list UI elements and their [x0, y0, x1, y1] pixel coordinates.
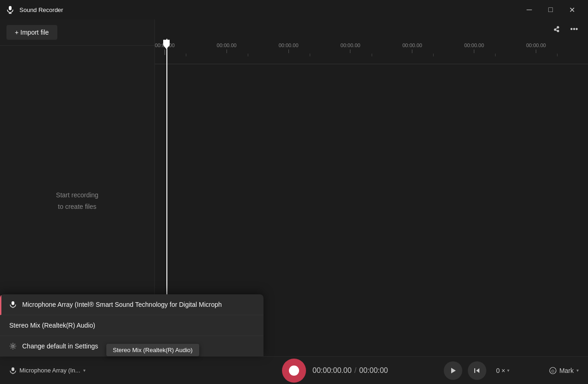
time-separator: / — [355, 366, 356, 375]
dropdown-item-label-0: Microphone Array (Intel® Smart Sound Tec… — [22, 301, 222, 308]
mic-name-label: Microphone Array (In... — [19, 367, 80, 374]
ruler-mark-4: 00:00.00 — [402, 43, 422, 53]
empty-state-line2: to create files — [58, 201, 96, 213]
tooltip-popup: Stereo Mix (Realtek(R) Audio) — [106, 344, 199, 356]
speed-control[interactable]: 0 × ▾ — [496, 367, 509, 374]
ruler-label-3: 00:00.00 — [341, 43, 361, 48]
ruler-label-4: 00:00.00 — [402, 43, 422, 48]
microphone-icon — [9, 367, 17, 374]
ruler-tick-0 — [165, 49, 165, 55]
ruler-minor-tick-6 — [557, 54, 557, 56]
svg-marker-6 — [451, 368, 456, 373]
ruler-tick-5 — [474, 49, 474, 53]
record-icon — [289, 366, 299, 376]
timeline-ruler: 00:00.0000:00.0000:00.0000:00.0000:00.00… — [155, 39, 588, 64]
skip-back-button[interactable] — [468, 361, 486, 380]
ruler-minor-tick-3 — [372, 54, 372, 56]
ruler-mark-1: 00:00.00 — [217, 43, 237, 53]
dropdown-item-label-2: Change default in Settings — [22, 342, 98, 350]
dropdown-item-label-1: Stereo Mix (Realtek(R) Audio) — [9, 322, 95, 329]
dropdown-item-stereo-mix[interactable]: Stereo Mix (Realtek(R) Audio) — [0, 315, 263, 336]
svg-text:⊙: ⊙ — [551, 369, 555, 373]
app-icon — [6, 5, 15, 14]
svg-point-13 — [12, 345, 14, 347]
ruler-content: 00:00.0000:00.0000:00.0000:00.0000:00.00… — [155, 43, 588, 64]
chevron-down-icon: ▾ — [83, 368, 86, 373]
play-icon — [450, 367, 456, 374]
play-button[interactable] — [444, 361, 462, 380]
svg-marker-7 — [476, 368, 479, 373]
ruler-tick-6 — [536, 49, 536, 53]
current-time: 00:00:00.00 — [312, 366, 352, 375]
toolbar: + Import file — [0, 19, 154, 46]
ruler-label-1: 00:00.00 — [217, 43, 237, 48]
mark-flag-icon: ⊙ — [549, 367, 557, 374]
mic-selector[interactable]: Microphone Array (In... ▾ — [9, 367, 92, 374]
playback-controls — [444, 361, 486, 380]
maximize-button[interactable]: □ — [540, 0, 561, 19]
ruler-tick-4 — [412, 49, 412, 53]
more-options-button[interactable]: ••• — [567, 22, 582, 37]
mark-control[interactable]: ⊙ Mark ▾ — [549, 367, 579, 374]
bottom-bar: Microphone Array (In... ▾ 00:00:00.00 / … — [0, 356, 588, 384]
ruler-minor-tick-2 — [310, 54, 310, 56]
ruler-label-2: 00:00.00 — [279, 43, 299, 48]
import-file-button[interactable]: + Import file — [6, 25, 57, 40]
svg-rect-4 — [12, 367, 14, 371]
ruler-label-5: 00:00.00 — [464, 43, 484, 48]
ruler-mark-5: 00:00.00 — [464, 43, 484, 53]
ruler-minor-tick-1 — [248, 54, 248, 56]
svg-rect-11 — [12, 301, 14, 305]
ruler-label-6: 00:00.00 — [526, 43, 546, 48]
titlebar: Sound Recorder ─ □ ✕ — [0, 0, 588, 19]
ruler-minor-tick-4 — [433, 54, 434, 56]
total-time: 00:00:00 — [359, 366, 388, 375]
app-title: Sound Recorder — [19, 6, 519, 13]
ruler-mark-2: 00:00.00 — [279, 43, 299, 53]
ruler-tick-2 — [288, 49, 289, 53]
close-button[interactable]: ✕ — [561, 0, 582, 19]
svg-rect-0 — [9, 6, 12, 10]
ruler-minor-tick-0 — [186, 54, 186, 56]
share-button[interactable] — [549, 22, 564, 37]
speed-chevron-icon: ▾ — [507, 368, 509, 373]
ruler-tick-3 — [350, 49, 350, 53]
speed-label: 0 × — [496, 367, 505, 374]
ruler-mark-0: 00:00.00 — [155, 43, 175, 55]
ruler-mark-6: 00:00.00 — [526, 43, 546, 53]
ruler-mark-3: 00:00.00 — [341, 43, 361, 53]
mark-chevron-icon: ▾ — [576, 368, 579, 373]
svg-rect-8 — [474, 368, 475, 373]
mic-dropdown-icon — [9, 301, 17, 308]
ruler-minor-tick-5 — [495, 54, 496, 56]
skip-back-icon — [474, 367, 480, 374]
mark-label: Mark — [559, 367, 574, 374]
dropdown-item-microphone-array[interactable]: Microphone Array (Intel® Smart Sound Tec… — [0, 294, 263, 315]
gear-icon — [9, 342, 17, 350]
minimize-button[interactable]: ─ — [519, 0, 540, 19]
ruler-tick-1 — [227, 49, 227, 53]
ruler-label-0: 00:00.00 — [155, 43, 175, 48]
time-display: 00:00:00.00 / 00:00:00 — [312, 366, 388, 375]
record-button[interactable] — [282, 359, 306, 383]
empty-state-line1: Start recording — [56, 189, 98, 201]
top-action-bar: ••• — [543, 19, 588, 39]
tooltip-text: Stereo Mix (Realtek(R) Audio) — [113, 347, 193, 354]
